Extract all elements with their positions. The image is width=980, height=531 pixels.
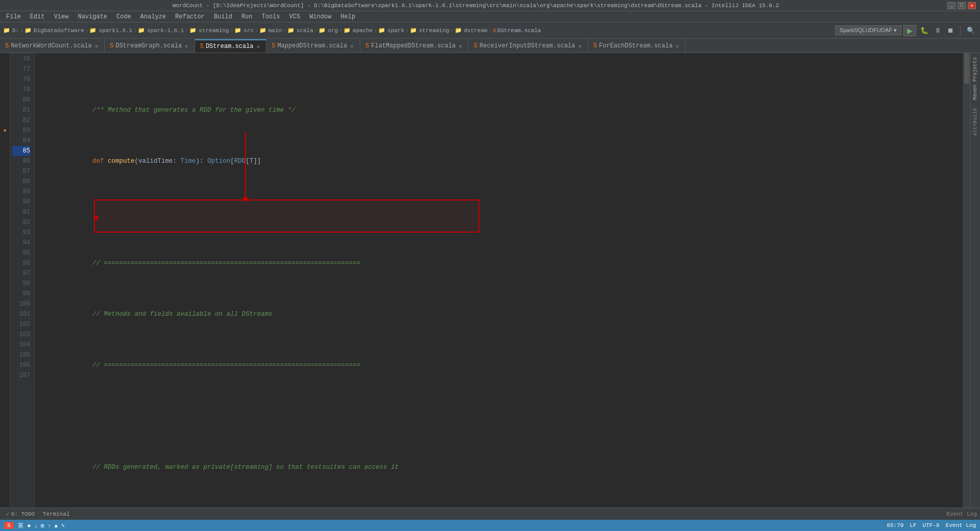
code-editor[interactable]: 76 77 78 79 80 81 82 83 84 85 86 87 88 8… <box>10 53 963 508</box>
code-text-76: /** Method that generates a RDD for the … <box>85 107 296 114</box>
tab-close-5[interactable]: ✕ <box>458 42 463 50</box>
tab-icon-3: S <box>200 43 204 50</box>
line-num-105: 105 <box>12 350 30 360</box>
tab-mappeddstream[interactable]: S MappedDStream.scala ✕ <box>266 39 360 53</box>
scrollbar-track <box>964 53 970 508</box>
tab-flatmapped[interactable]: S FlatMappedDStream.scala ✕ <box>360 39 469 53</box>
tab-networkwordcount[interactable]: S NetworkWordCount.scala ✕ <box>0 39 105 53</box>
line-num-86: 86 <box>12 156 30 166</box>
tab-close-3[interactable]: ✕ <box>256 43 261 50</box>
tab-foreach[interactable]: S ForEachDStream.scala ✕ <box>588 39 685 53</box>
maven-projects-panel[interactable]: Maven Projects <box>971 53 979 104</box>
breadcrumb-spark-label: spark-1.6.1 <box>147 28 184 34</box>
tab-close-2[interactable]: ✕ <box>184 42 189 50</box>
main-area: ● 76 77 78 79 80 81 82 83 84 85 86 <box>0 53 980 508</box>
menu-window[interactable]: Window <box>305 12 335 21</box>
status-utf8: UTF-8 <box>923 522 940 528</box>
tab-receiverinput[interactable]: S ReceiverInputDStream.scala ✕ <box>469 39 588 53</box>
menu-edit[interactable]: Edit <box>26 12 49 21</box>
tab-dstreamgraph[interactable]: S DStreamGraph.scala ✕ <box>105 39 194 53</box>
code-lines[interactable]: /** Method that generates a RDD for the … <box>35 53 963 508</box>
folder-icon-8: 📁 <box>318 27 326 34</box>
close-button[interactable]: ✕ <box>968 2 976 9</box>
line-num-81: 81 <box>12 105 30 115</box>
sep4: › <box>185 28 189 34</box>
tab-label-4: MappedDStream.scala <box>277 42 347 49</box>
tab-close-4[interactable]: ✕ <box>349 42 355 50</box>
line-num-101: 101 <box>12 309 30 319</box>
code-line-84: @transient <box>39 503 959 508</box>
menu-navigate[interactable]: Navigate <box>74 12 111 21</box>
run-button[interactable]: ▶ <box>903 25 916 36</box>
folder-icon-7: 📁 <box>287 27 295 34</box>
red-arrow-left <box>93 215 98 220</box>
tab-close-6[interactable]: ✕ <box>577 42 583 50</box>
menu-refactor[interactable]: Refactor <box>171 12 209 21</box>
search-button[interactable]: 🔍 <box>965 26 977 35</box>
ant-build-panel[interactable]: Alt+Build <box>971 104 979 140</box>
line-num-79: 79 <box>12 85 30 95</box>
breadcrumb-streaming2-label: streaming <box>419 28 449 34</box>
run-config-dropdown[interactable]: SparkSQLUDFUDAF ▾ <box>835 26 901 35</box>
type-time: Time <box>181 158 196 165</box>
sep5: › <box>230 28 234 34</box>
breadcrumb-spark1-label: spark1.6.1 <box>99 28 132 34</box>
menu-analyze[interactable]: Analyze <box>136 12 170 21</box>
sep13: › <box>488 28 492 34</box>
breadcrumb-scala-label: scala <box>297 28 313 34</box>
terminal-tab[interactable]: Terminal <box>40 510 73 518</box>
debug-button[interactable]: 🐛 <box>918 26 930 35</box>
todo-tab[interactable]: ✓ 6: TODO <box>3 510 38 518</box>
tab-close-1[interactable]: ✕ <box>94 42 100 50</box>
code-plain-2: (validTime: <box>135 158 181 165</box>
folder-icon-2: 📁 <box>89 27 96 34</box>
check-icon: ✓ <box>6 511 10 517</box>
code-content: 76 77 78 79 80 81 82 83 84 85 86 87 88 8… <box>10 53 963 508</box>
line-num-76: 76 <box>12 54 30 64</box>
scrollbar-thumb[interactable] <box>964 53 969 84</box>
gutter-marker-83: ● <box>3 125 7 136</box>
breadcrumb-streaming2: 📁 streaming <box>410 27 449 34</box>
line-num-95: 95 <box>12 248 30 258</box>
line-num-103: 103 <box>12 330 30 340</box>
pause-button[interactable]: ⏸ <box>933 26 943 35</box>
menu-tools[interactable]: Tools <box>258 12 284 21</box>
code-plain-1 <box>104 158 108 165</box>
line-num-88: 88 <box>12 176 30 187</box>
minimize-button[interactable]: _ <box>947 2 955 9</box>
sep3: › <box>133 28 137 34</box>
breadcrumb-d: 📁 D: <box>3 27 19 34</box>
maximize-button[interactable]: □ <box>958 2 966 9</box>
tab-label-2: DStreamGraph.scala <box>115 42 182 49</box>
tab-close-7[interactable]: ✕ <box>675 42 680 50</box>
line-num-96: 96 <box>12 258 30 268</box>
breadcrumb-d-label: D: <box>12 28 19 34</box>
menu-help[interactable]: Help <box>336 12 359 21</box>
tab-label-5: FlatMappedDStream.scala <box>371 42 456 49</box>
breadcrumb-scala: 📁 scala <box>287 27 313 34</box>
right-scrollbar[interactable] <box>963 53 970 508</box>
menu-build[interactable]: Build <box>210 12 236 21</box>
status-right: 85:70 LF UTF-8 Event Log <box>887 522 976 528</box>
menu-file[interactable]: File <box>2 12 25 21</box>
menu-code[interactable]: Code <box>112 12 135 21</box>
line-num-90: 90 <box>12 197 30 207</box>
stop-button[interactable]: ⏹ <box>945 26 956 35</box>
breadcrumb-main-label: main <box>268 28 282 34</box>
line-num-89: 89 <box>12 187 30 197</box>
terminal-label: Terminal <box>43 511 70 517</box>
menu-view[interactable]: View <box>50 12 73 21</box>
menu-run[interactable]: Run <box>237 12 257 21</box>
sep11: › <box>405 28 409 34</box>
menu-vcs[interactable]: VCS <box>285 12 305 21</box>
event-log-right: Event Log <box>947 511 977 517</box>
folder-icon-5: 📁 <box>234 27 241 34</box>
breadcrumb-spark1: 📁 spark1.6.1 <box>89 27 132 34</box>
code-text-80: // Methods and fields available on all D… <box>85 311 273 318</box>
tab-dstream[interactable]: S DStream.scala ✕ <box>195 39 266 53</box>
sep2: › <box>85 28 89 34</box>
status-left: S 英 ✱ ↓ ⊞ ↑ ▲ ✎ <box>4 522 64 529</box>
code-scroll-area[interactable]: 76 77 78 79 80 81 82 83 84 85 86 87 88 8… <box>10 53 963 508</box>
line-num-77: 77 <box>12 64 30 74</box>
breadcrumb-streaming: 📁 streaming <box>189 27 229 34</box>
